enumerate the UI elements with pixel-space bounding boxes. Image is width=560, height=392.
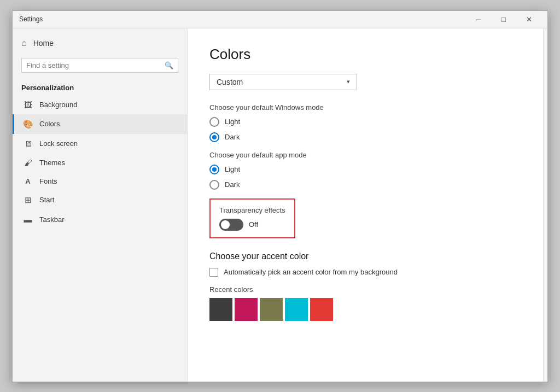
color-mode-dropdown[interactable]: Custom ▾ [209, 74, 357, 90]
color-swatch-2[interactable] [260, 298, 283, 321]
app-mode-light[interactable]: Light [209, 165, 521, 174]
auto-pick-checkbox[interactable] [209, 268, 218, 277]
sidebar-item-start-label: Start [39, 196, 54, 204]
sidebar-item-lock-screen-label: Lock screen [39, 139, 78, 148]
home-icon: ⌂ [21, 38, 27, 48]
windows-dark-radio-inner [212, 135, 217, 139]
settings-window: Settings ─ □ ✕ ⌂ Home 🔍 Personalization … [12, 10, 548, 382]
color-swatch-1[interactable] [235, 298, 258, 321]
sidebar-item-fonts[interactable]: A Fonts [13, 172, 187, 190]
window-title: Settings [19, 15, 466, 23]
app-light-radio-inner [212, 167, 217, 172]
taskbar-icon: ▬ [23, 215, 33, 224]
windows-light-label: Light [225, 118, 240, 126]
auto-pick-row: Automatically pick an accent color from … [209, 268, 521, 277]
sidebar-item-background[interactable]: 🖼 Background [13, 95, 187, 114]
sidebar-item-colors-label: Colors [39, 120, 60, 128]
search-box: 🔍 [21, 58, 178, 73]
windows-mode-label: Choose your default Windows mode [209, 103, 521, 112]
app-light-label: Light [225, 165, 240, 173]
color-swatch-3[interactable] [285, 298, 308, 321]
auto-pick-label: Automatically pick an accent color from … [224, 268, 398, 276]
minimize-button[interactable]: ─ [466, 11, 491, 27]
background-icon: 🖼 [23, 100, 33, 109]
sidebar-item-taskbar-label: Taskbar [39, 215, 65, 224]
app-mode-dark[interactable]: Dark [209, 180, 521, 190]
windows-light-radio[interactable] [209, 117, 219, 127]
windows-mode-radio-group: Light Dark [209, 117, 521, 142]
color-swatch-0[interactable] [209, 298, 232, 321]
app-light-radio[interactable] [209, 165, 219, 174]
lock-screen-icon: 🖥 [23, 139, 33, 148]
transparency-title: Transparency effects [219, 206, 285, 214]
sidebar: ⌂ Home 🔍 Personalization 🖼 Background 🎨 … [13, 28, 188, 382]
sidebar-item-themes-label: Themes [39, 159, 65, 167]
transparency-toggle-row: Off [219, 219, 285, 231]
themes-icon: 🖌 [23, 158, 33, 167]
transparency-state: Off [249, 220, 258, 229]
sidebar-item-lock-screen[interactable]: 🖥 Lock screen [13, 134, 187, 153]
sidebar-item-taskbar[interactable]: ▬ Taskbar [13, 210, 187, 229]
main-content: ⌂ Home 🔍 Personalization 🖼 Background 🎨 … [13, 28, 547, 382]
accent-color-title: Choose your accent color [209, 251, 521, 261]
titlebar: Settings ─ □ ✕ [13, 11, 547, 28]
windows-mode-light[interactable]: Light [209, 117, 521, 127]
transparency-effects-box: Transparency effects Off [209, 198, 295, 238]
search-input[interactable] [26, 61, 161, 69]
transparency-toggle[interactable] [219, 219, 243, 231]
sidebar-item-fonts-label: Fonts [39, 177, 57, 185]
color-swatches [209, 298, 521, 321]
fonts-icon: A [23, 177, 33, 185]
chevron-down-icon: ▾ [347, 78, 350, 85]
content-panel: Colors Custom ▾ Choose your default Wind… [188, 28, 543, 382]
page-title: Colors [209, 46, 521, 63]
home-label: Home [33, 39, 54, 48]
windows-dark-label: Dark [225, 133, 240, 141]
app-mode-radio-group: Light Dark [209, 165, 521, 190]
search-icon: 🔍 [165, 61, 173, 69]
toggle-thumb [221, 220, 230, 229]
app-dark-label: Dark [225, 180, 240, 189]
start-icon: ⊞ [23, 195, 33, 205]
sidebar-item-colors[interactable]: 🎨 Colors [13, 114, 187, 134]
sidebar-section-title: Personalization [13, 79, 187, 95]
maximize-button[interactable]: □ [492, 11, 516, 27]
app-dark-radio[interactable] [209, 180, 219, 190]
scrollbar[interactable] [543, 28, 547, 382]
windows-dark-radio[interactable] [209, 132, 219, 142]
sidebar-item-background-label: Background [39, 101, 77, 109]
window-controls: ─ □ ✕ [466, 11, 541, 27]
sidebar-item-start[interactable]: ⊞ Start [13, 190, 187, 210]
sidebar-home[interactable]: ⌂ Home [13, 33, 187, 54]
app-mode-label: Choose your default app mode [209, 151, 521, 159]
windows-mode-dark[interactable]: Dark [209, 132, 521, 142]
color-swatch-4[interactable] [310, 298, 333, 321]
dropdown-value: Custom [217, 78, 347, 86]
sidebar-item-themes[interactable]: 🖌 Themes [13, 153, 187, 172]
recent-colors-title: Recent colors [209, 285, 521, 294]
close-button[interactable]: ✕ [517, 11, 541, 27]
colors-icon: 🎨 [23, 119, 33, 129]
